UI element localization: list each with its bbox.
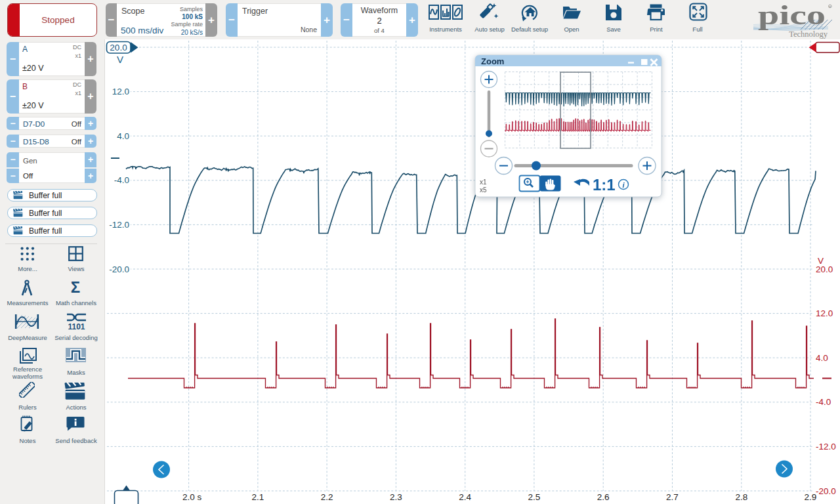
svg-text:-12.0: -12.0 xyxy=(109,220,129,230)
svg-text:20.0: 20.0 xyxy=(816,264,833,274)
svg-text:20.0: 20.0 xyxy=(110,43,127,52)
svg-text:-20.0: -20.0 xyxy=(109,264,129,274)
svg-text:V: V xyxy=(117,54,123,65)
svg-text:-20.0: -20.0 xyxy=(816,486,836,496)
svg-text:pico: pico xyxy=(758,0,826,30)
svg-text:12.0: 12.0 xyxy=(816,308,833,318)
svg-text:4.0: 4.0 xyxy=(117,131,129,141)
svg-text:Technology: Technology xyxy=(789,30,828,39)
svg-text:2.7: 2.7 xyxy=(666,492,679,502)
svg-text:2.3: 2.3 xyxy=(390,492,402,502)
svg-text:2.6: 2.6 xyxy=(597,492,610,502)
svg-text:2.5: 2.5 xyxy=(528,492,541,502)
svg-text:2.1: 2.1 xyxy=(252,492,264,502)
svg-text:1:1: 1:1 xyxy=(593,176,616,194)
svg-text:2.4: 2.4 xyxy=(459,492,471,502)
svg-text:x1: x1 xyxy=(480,178,487,186)
svg-text:1101: 1101 xyxy=(68,322,85,331)
svg-text:2.0 s: 2.0 s xyxy=(182,492,202,502)
svg-text:2.9: 2.9 xyxy=(805,492,817,502)
svg-text:R: R xyxy=(829,5,831,9)
svg-text:2.8: 2.8 xyxy=(735,492,747,502)
svg-text:Zoom: Zoom xyxy=(481,56,504,66)
svg-text:2.2: 2.2 xyxy=(321,492,333,502)
svg-text:12.0: 12.0 xyxy=(112,87,129,96)
svg-text:-12.0: -12.0 xyxy=(816,442,836,452)
svg-text:4.0: 4.0 xyxy=(816,353,828,363)
svg-text:x5: x5 xyxy=(480,186,487,194)
svg-text:-4.0: -4.0 xyxy=(114,175,129,185)
svg-text:-4.0: -4.0 xyxy=(816,397,831,407)
